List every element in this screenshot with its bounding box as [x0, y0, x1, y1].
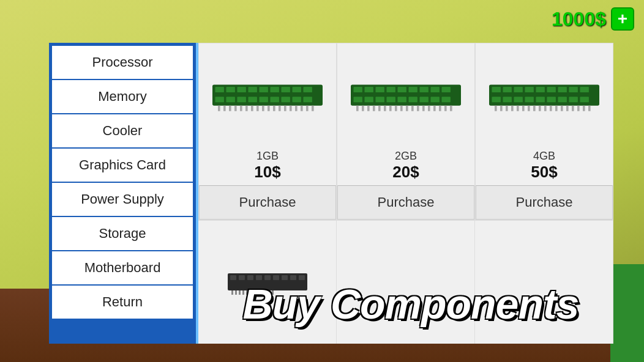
svg-rect-44 [420, 87, 429, 92]
svg-rect-42 [398, 87, 406, 92]
svg-rect-65 [406, 105, 408, 111]
sidebar-item-storage[interactable]: Storage [52, 217, 193, 250]
svg-rect-67 [417, 105, 419, 111]
product-size-4gb: 4GB [476, 150, 613, 163]
svg-rect-103 [550, 105, 552, 111]
svg-rect-117 [273, 275, 279, 280]
svg-rect-16 [282, 97, 290, 102]
svg-rect-54 [431, 97, 440, 102]
svg-rect-43 [409, 87, 417, 92]
svg-rect-100 [533, 105, 536, 111]
svg-rect-95 [506, 105, 508, 111]
svg-rect-96 [511, 105, 514, 111]
svg-rect-84 [492, 97, 501, 102]
svg-rect-112 [230, 275, 236, 280]
svg-rect-52 [409, 97, 417, 102]
svg-rect-81 [558, 87, 567, 92]
svg-rect-88 [536, 97, 545, 102]
product-cell-bottom-3 [475, 221, 613, 344]
product-price-4gb: 50$ [476, 163, 613, 182]
product-cell-bottom-2 [337, 221, 475, 344]
svg-rect-104 [555, 105, 558, 111]
purchase-button-1gb[interactable]: Purchase [199, 185, 336, 220]
svg-rect-47 [354, 97, 362, 102]
svg-rect-110 [588, 105, 591, 111]
svg-rect-122 [235, 290, 237, 295]
svg-rect-120 [299, 275, 305, 280]
purchase-button-4gb[interactable]: Purchase [476, 185, 613, 220]
svg-rect-29 [273, 105, 275, 111]
svg-rect-127 [253, 290, 255, 295]
ram-image-2gb [351, 79, 461, 113]
svg-rect-124 [242, 290, 244, 295]
sidebar-item-return[interactable]: Return [52, 286, 193, 319]
svg-rect-20 [223, 105, 226, 111]
svg-rect-33 [295, 105, 298, 111]
svg-rect-80 [547, 87, 556, 92]
svg-rect-17 [293, 97, 301, 102]
svg-rect-5 [260, 87, 268, 92]
svg-rect-126 [250, 290, 252, 295]
svg-rect-10 [215, 97, 224, 102]
svg-rect-41 [387, 87, 395, 92]
svg-rect-114 [247, 275, 253, 280]
svg-rect-62 [389, 105, 392, 111]
sidebar-item-graphics-card[interactable]: Graphics Card [52, 149, 193, 182]
money-amount: 1000$ [552, 8, 606, 31]
svg-rect-109 [583, 105, 585, 111]
product-image-1gb [199, 43, 336, 147]
sidebar-item-memory[interactable]: Memory [52, 80, 193, 113]
product-cell-4gb: 4GB 50$ Purchase [475, 43, 613, 220]
add-money-button[interactable]: + [611, 7, 634, 31]
svg-rect-31 [284, 105, 286, 111]
svg-rect-116 [264, 275, 271, 280]
svg-rect-82 [569, 87, 578, 92]
svg-rect-58 [367, 105, 370, 111]
product-cell-1gb: 1GB 10$ Purchase [198, 43, 337, 220]
svg-rect-102 [544, 105, 547, 111]
svg-rect-108 [577, 105, 580, 111]
product-info-2gb: 2GB 20$ [337, 147, 474, 185]
svg-rect-130 [264, 290, 266, 295]
svg-rect-78 [525, 87, 534, 92]
svg-rect-125 [246, 290, 248, 295]
svg-rect-94 [500, 105, 503, 111]
svg-rect-66 [411, 105, 414, 111]
svg-rect-23 [240, 105, 242, 111]
svg-rect-51 [398, 97, 406, 102]
sidebar-item-motherboard[interactable]: Motherboard [52, 251, 193, 284]
svg-rect-14 [260, 97, 268, 102]
svg-rect-11 [227, 97, 235, 102]
svg-rect-13 [249, 97, 257, 102]
svg-rect-76 [503, 87, 512, 92]
svg-rect-63 [395, 105, 397, 111]
sidebar-item-cooler[interactable]: Cooler [52, 114, 193, 147]
svg-rect-53 [420, 97, 429, 102]
svg-rect-72 [444, 105, 447, 111]
svg-rect-26 [256, 105, 259, 111]
svg-rect-131 [268, 290, 270, 295]
purchase-button-2gb[interactable]: Purchase [337, 185, 474, 220]
svg-rect-73 [450, 105, 452, 111]
svg-rect-45 [431, 87, 440, 92]
svg-rect-107 [572, 105, 574, 111]
svg-rect-30 [279, 105, 281, 111]
svg-rect-64 [400, 105, 403, 111]
svg-rect-8 [293, 87, 301, 92]
svg-rect-1 [215, 87, 224, 92]
ram-image-dark [228, 270, 307, 295]
sidebar-item-power-supply[interactable]: Power Supply [52, 183, 193, 216]
svg-rect-3 [238, 87, 246, 92]
sidebar-item-processor[interactable]: Processor [52, 46, 193, 79]
svg-rect-60 [378, 105, 381, 111]
ram-image-1gb [212, 79, 323, 113]
svg-rect-35 [306, 105, 309, 111]
svg-rect-57 [362, 105, 364, 111]
product-size-2gb: 2GB [337, 150, 474, 163]
content-area: 1GB 10$ Purchase [196, 43, 613, 344]
svg-rect-61 [384, 105, 386, 111]
svg-rect-86 [514, 97, 523, 102]
product-price-2gb: 20$ [337, 163, 474, 182]
main-panel: Processor Memory Cooler Graphics Card Po… [49, 43, 613, 344]
svg-rect-90 [558, 97, 567, 102]
